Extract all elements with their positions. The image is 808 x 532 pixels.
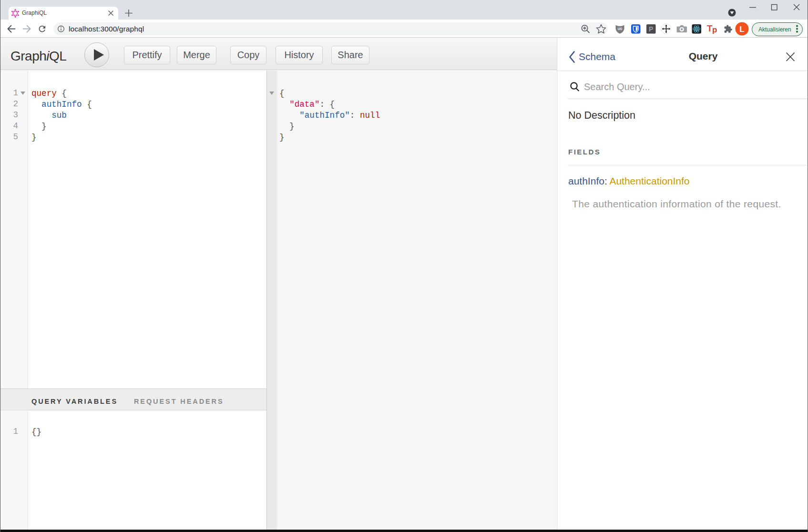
svg-text:L: L <box>739 25 744 34</box>
svg-text:UO: UO <box>618 27 623 31</box>
svg-text:P: P <box>649 25 653 33</box>
svg-text:p: p <box>712 25 717 34</box>
